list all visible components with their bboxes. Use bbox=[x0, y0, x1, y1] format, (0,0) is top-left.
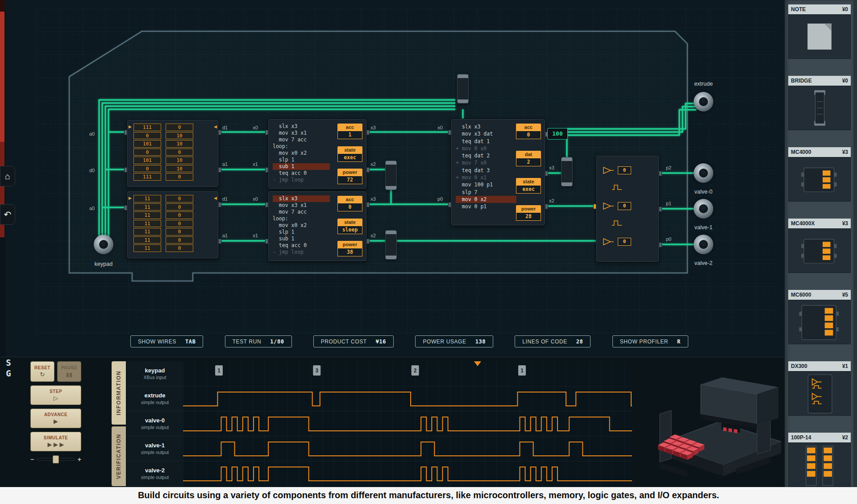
code-line[interactable]: sub 1 bbox=[273, 163, 330, 170]
io-pad-extrude[interactable] bbox=[694, 92, 713, 112]
status-pill-lines-of-code[interactable]: LINES OF CODE28 bbox=[515, 335, 591, 347]
code-line[interactable]: + mov 7 x0 bbox=[456, 159, 516, 166]
io-pad-valve-1[interactable] bbox=[694, 199, 713, 219]
pause-button[interactable]: PAUSE ▮▮ bbox=[57, 361, 81, 382]
memory-cell[interactable]: 11 bbox=[133, 211, 161, 219]
code-line[interactable]: slp 7 bbox=[456, 189, 516, 196]
memory-cell[interactable]: 0 bbox=[166, 228, 193, 235]
code-editor[interactable]: slx x3 mov x3 x1 mov 7 accloop: mov x0 x… bbox=[273, 123, 330, 183]
memory-cell[interactable]: 0 bbox=[166, 124, 193, 131]
memory-cell[interactable]: 0 bbox=[133, 132, 161, 140]
speed-slider[interactable]: − + bbox=[30, 456, 81, 463]
undo-button[interactable]: ↶ bbox=[0, 204, 15, 225]
code-line[interactable]: teq dat 3 bbox=[456, 167, 516, 174]
code-line[interactable]: mov 0 x2 bbox=[456, 196, 516, 203]
code-line[interactable]: teq dat 2 bbox=[456, 152, 516, 159]
bridge-component[interactable] bbox=[385, 161, 397, 190]
time-cursor-icon[interactable] bbox=[474, 361, 481, 366]
advance-button[interactable]: ADVANCE ▶ bbox=[30, 409, 81, 428]
memory-cell[interactable]: 11 bbox=[133, 236, 161, 244]
bridge-component[interactable] bbox=[385, 230, 397, 260]
mc4000-chip-top[interactable]: slx x3 mov x3 x1 mov 7 accloop: mov x0 x… bbox=[268, 119, 367, 189]
memory-cell[interactable]: 10 bbox=[166, 140, 193, 148]
slider-plus[interactable]: + bbox=[78, 456, 81, 463]
bridge-component[interactable] bbox=[457, 74, 469, 103]
code-editor[interactable]: slx x3 mov x3 dat teq dat 1+ mov 0 x0 te… bbox=[456, 123, 516, 211]
code-line[interactable]: slx x3 bbox=[273, 123, 330, 130]
code-editor[interactable]: slx x3 mov x3 x1 mov 7 accloop: mov x0 x… bbox=[273, 195, 330, 256]
mc4000-chip-bottom[interactable]: slx x3 mov x3 x1 mov 7 accloop: mov x0 x… bbox=[268, 191, 367, 261]
code-line[interactable]: teq acc 0 bbox=[273, 242, 330, 249]
code-line[interactable]: slx x3 bbox=[456, 123, 516, 130]
code-line[interactable]: mov 0 p1 bbox=[456, 203, 516, 210]
scope-plot[interactable]: 1321 bbox=[183, 361, 632, 486]
status-pill-show-profiler[interactable]: SHOW PROFILERR bbox=[612, 335, 688, 347]
io-pad-keypad[interactable] bbox=[94, 235, 113, 254]
palette-item-bridge[interactable]: BRIDGE¥0 bbox=[788, 76, 851, 130]
memory-cell[interactable]: 0 bbox=[166, 195, 193, 202]
code-line[interactable]: mov 7 acc bbox=[273, 136, 330, 143]
memory-cell[interactable]: 11 bbox=[133, 244, 161, 252]
memory-cell[interactable]: 111 bbox=[133, 124, 161, 131]
memory-cell[interactable]: 0 bbox=[166, 236, 193, 244]
palette-scroll-strip[interactable] bbox=[853, 0, 857, 487]
slider-track[interactable] bbox=[37, 458, 75, 461]
status-pill-power-usage[interactable]: POWER USAGE138 bbox=[415, 335, 493, 347]
tab-verification[interactable]: VERIFICATION bbox=[112, 426, 126, 486]
memory-cell[interactable]: 0 bbox=[166, 203, 193, 211]
step-button[interactable]: STEP ▷ bbox=[30, 385, 81, 405]
memory-cell[interactable]: 0 bbox=[166, 211, 193, 219]
status-pill-test-run[interactable]: TEST RUN1/80 bbox=[225, 335, 292, 347]
memory-cell[interactable]: 11 bbox=[133, 228, 161, 235]
code-line[interactable]: loop: bbox=[273, 143, 330, 150]
code-line[interactable]: + mov 0 x1 bbox=[456, 174, 516, 181]
code-line[interactable]: slp 1 bbox=[273, 157, 330, 163]
code-line[interactable]: mov x3 x1 bbox=[273, 202, 330, 209]
code-line[interactable]: mov 7 acc bbox=[273, 209, 330, 215]
home-button[interactable]: ⌂ bbox=[0, 166, 15, 186]
dx300-chip[interactable]: 0 0 0 bbox=[596, 155, 659, 262]
memory-cell[interactable]: 11 bbox=[133, 203, 161, 211]
memory-cell[interactable]: 0 bbox=[166, 244, 193, 252]
memory-cell[interactable]: 11 bbox=[133, 195, 161, 202]
memory-cell[interactable]: 11 bbox=[133, 220, 161, 227]
palette-item-mc4000x[interactable]: MC4000X¥3 bbox=[788, 219, 851, 273]
tab-information[interactable]: INFORMATION bbox=[112, 361, 126, 425]
palette-item-mc6000[interactable]: MC6000¥5 bbox=[788, 290, 851, 344]
code-line[interactable]: mov x3 dat bbox=[456, 130, 516, 137]
code-line[interactable]: teq acc 0 bbox=[273, 170, 330, 177]
code-line[interactable]: sub 1 bbox=[273, 235, 330, 242]
memory-cell[interactable]: 111 bbox=[133, 173, 161, 181]
io-pad-valve-2[interactable] bbox=[694, 235, 713, 254]
status-pill-product-cost[interactable]: PRODUCT COST¥16 bbox=[313, 335, 394, 347]
memory-cell[interactable]: 0 bbox=[133, 149, 161, 156]
memory-cell[interactable]: 101 bbox=[133, 140, 161, 148]
ram-chip-1[interactable]: ▶ ◀ 11101010101011101010010100 bbox=[127, 120, 219, 187]
code-line[interactable]: mov x3 x1 bbox=[273, 130, 330, 136]
code-line[interactable]: slp 1 bbox=[273, 229, 330, 235]
mc6000-chip[interactable]: slx x3 mov x3 dat teq dat 1+ mov 0 x0 te… bbox=[451, 119, 545, 226]
memory-cell[interactable]: 101 bbox=[133, 157, 161, 164]
palette-item-100p14[interactable]: 100P-14¥2 bbox=[788, 433, 851, 487]
io-pad-valve-0[interactable] bbox=[694, 163, 713, 183]
code-line[interactable]: mov x0 x2 bbox=[273, 150, 330, 157]
memory-cell[interactable]: 10 bbox=[166, 157, 193, 164]
simulate-button[interactable]: SIMULATE ▶ ▶ ▶ bbox=[30, 432, 81, 451]
palette-item-mc4000[interactable]: MC4000¥3 bbox=[788, 147, 851, 202]
slider-handle[interactable] bbox=[53, 455, 59, 463]
memory-cell[interactable]: 10 bbox=[166, 165, 193, 173]
memory-cell[interactable]: 0 bbox=[166, 173, 193, 181]
palette-item-dx300[interactable]: DX300¥1 bbox=[788, 361, 851, 416]
code-line[interactable]: slx x3 bbox=[273, 195, 330, 202]
code-line[interactable]: teq dat 1 bbox=[456, 138, 516, 145]
status-pill-show-wires[interactable]: SHOW WIRESTAB bbox=[130, 335, 203, 347]
memory-cell[interactable]: 0 bbox=[133, 165, 161, 173]
code-line[interactable]: - jmp loop bbox=[273, 177, 330, 183]
bridge-component[interactable] bbox=[561, 157, 573, 186]
memory-cell[interactable]: 0 bbox=[166, 220, 193, 227]
reset-button[interactable]: RESET ↻ bbox=[30, 361, 54, 382]
code-line[interactable]: loop: bbox=[273, 215, 330, 222]
memory-cell[interactable]: 0 bbox=[166, 149, 193, 156]
ram-chip-2[interactable]: ▶ ◀ 111111111111110000000 bbox=[127, 191, 219, 259]
slider-minus[interactable]: − bbox=[30, 456, 34, 463]
